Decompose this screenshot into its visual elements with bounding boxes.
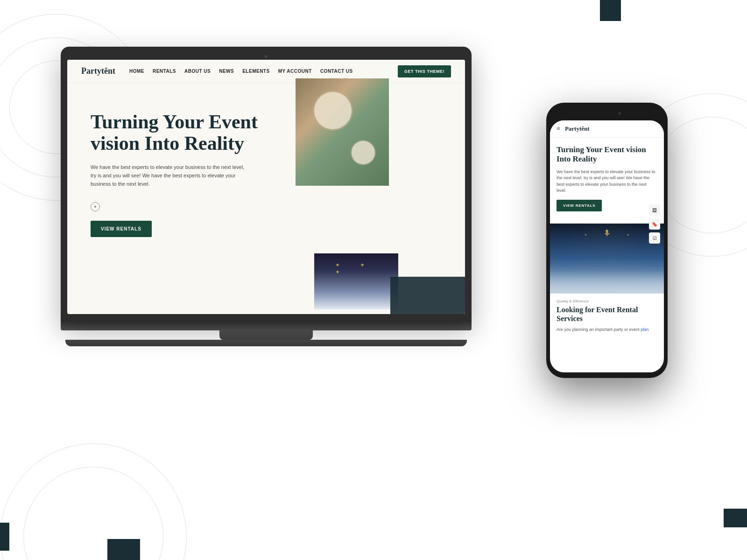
phone-icon-bookmark[interactable]: 🔖 <box>649 218 660 230</box>
laptop-foot <box>65 340 467 346</box>
laptop-nav-links: HOME RENTALS ABOUT US NEWS ELEMENTS MY A… <box>129 65 451 77</box>
laptop-logo: Partytênt <box>81 66 115 76</box>
deco-circle-4 <box>23 467 163 560</box>
hero-venue-image <box>314 253 398 309</box>
laptop-screen: Partytênt HOME RENTALS ABOUT US NEWS ELE… <box>67 60 465 314</box>
phone-logo: Partytênt <box>565 125 590 133</box>
get-theme-button[interactable]: GET THIS THEME! <box>398 65 451 77</box>
hero-left-content: Turning Your Event vision Into Reality W… <box>67 83 286 314</box>
nav-item-account[interactable]: MY ACCOUNT <box>278 69 312 74</box>
laptop-camera-dot <box>265 55 268 58</box>
phone-sidebar-icons: 🖼 🔖 ☑ <box>649 204 660 244</box>
phone-view-rentals-button[interactable]: VIEW RENTALS <box>557 200 602 211</box>
deco-rect-right <box>724 509 747 527</box>
phone-hero-description: We have the best experts to elevate your… <box>557 169 657 194</box>
hamburger-icon[interactable]: ≡ <box>557 125 560 133</box>
phone-navbar: ≡ Partytênt <box>550 120 664 138</box>
phone-hero-section: Turning Your Event vision Into Reality W… <box>550 138 664 224</box>
laptop-hero-section: Turning Your Event vision Into Reality W… <box>67 83 465 314</box>
nav-item-news[interactable]: NEWS <box>219 69 234 74</box>
venue-visual <box>314 253 398 309</box>
phone-notch <box>584 108 630 119</box>
hero-dot-indicator <box>91 202 100 211</box>
view-rentals-button[interactable]: VIEW RENTALS <box>91 221 152 237</box>
deco-rect-top-right <box>600 0 621 21</box>
phone-camera-dot <box>618 112 621 115</box>
laptop-camera-area <box>67 53 465 60</box>
nav-item-elements[interactable]: ELEMENTS <box>242 69 269 74</box>
phone-quality-title: Looking for Event Rental Services <box>557 305 657 323</box>
laptop-device: Partytênt HOME RENTALS ABOUT US NEWS ELE… <box>61 47 472 364</box>
hero-table-image <box>296 78 389 186</box>
nav-item-about[interactable]: ABOUT US <box>184 69 211 74</box>
phone-venue-image: ✦ ✦ ✦ <box>550 224 664 294</box>
phone-hero-title: Turning Your Event vision Into Reality <box>557 145 657 164</box>
phone-quality-label: Quality & Efficience <box>557 299 657 303</box>
phone-quality-section: Quality & Efficience Looking for Event R… <box>550 294 664 333</box>
hero-right-images <box>286 83 465 314</box>
food-plate-visual <box>296 78 389 186</box>
nav-item-rentals[interactable]: RENTALS <box>153 69 176 74</box>
laptop-outer-frame: Partytênt HOME RENTALS ABOUT US NEWS ELE… <box>61 47 472 322</box>
dark-overlay-square <box>390 277 465 314</box>
deco-rect-bottom-center <box>107 539 140 560</box>
deco-rect-left <box>0 523 9 551</box>
hero-title: Turning Your Event vision Into Reality <box>91 111 268 154</box>
phone-screen: ≡ Partytênt Turning Your Event vision In… <box>550 120 664 372</box>
phone-icon-image[interactable]: 🖼 <box>649 204 660 216</box>
phone-icon-check[interactable]: ☑ <box>649 232 660 244</box>
deco-circle-7 <box>654 117 747 233</box>
deco-circle-5 <box>0 443 187 560</box>
phone-quality-description: Are you planning an important party or e… <box>557 327 657 333</box>
nav-item-contact[interactable]: CONTACT US <box>320 69 353 74</box>
laptop-base <box>61 322 472 330</box>
phone-device: ≡ Partytênt Turning Your Event vision In… <box>546 103 668 378</box>
laptop-stand <box>219 330 313 340</box>
phone-outer-frame: ≡ Partytênt Turning Your Event vision In… <box>546 103 668 378</box>
laptop-navbar: Partytênt HOME RENTALS ABOUT US NEWS ELE… <box>67 60 465 83</box>
nav-item-home[interactable]: HOME <box>129 69 144 74</box>
hero-description: We have the best experts to elevate your… <box>91 163 249 188</box>
